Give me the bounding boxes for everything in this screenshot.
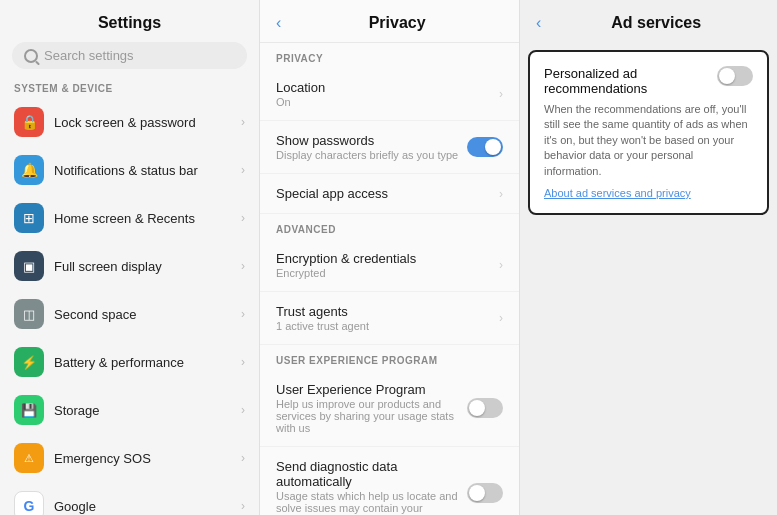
ad-card-title: Personalized ad recommendations [544, 66, 709, 96]
sos-icon: ⚠ [14, 443, 44, 473]
sidebar-item-storage[interactable]: 💾 Storage › [0, 386, 259, 434]
right-back-arrow-icon[interactable]: ‹ [536, 14, 541, 32]
chevron-icon: › [241, 211, 245, 225]
middle-header: ‹ Privacy [260, 0, 519, 43]
encryption-sub: Encrypted [276, 267, 499, 279]
uxp-title: User Experience Program [276, 382, 467, 397]
trust-sub: 1 active trust agent [276, 320, 499, 332]
diagnostic-title: Send diagnostic data automatically [276, 459, 467, 489]
sidebar-item-home[interactable]: ⊞ Home screen & Recents › [0, 194, 259, 242]
privacy-diagnostic[interactable]: Send diagnostic data automatically Usage… [260, 447, 519, 515]
uxp-toggle[interactable] [467, 398, 503, 418]
encryption-title: Encryption & credentials [276, 251, 499, 266]
trust-title: Trust agents [276, 304, 499, 319]
left-header: Settings [0, 0, 259, 42]
chevron-icon: › [499, 87, 503, 101]
fullscreen-icon: ▣ [14, 251, 44, 281]
right-header: ‹ Ad services [520, 0, 777, 42]
location-sub: On [276, 96, 499, 108]
chevron-icon: › [241, 307, 245, 321]
sidebar-item-label: Full screen display [54, 259, 241, 274]
search-bar[interactable]: Search settings [12, 42, 247, 69]
sidebar-item-fullscreen[interactable]: ▣ Full screen display › [0, 242, 259, 290]
personalized-ad-card: Personalized ad recommendations When the… [528, 50, 769, 215]
privacy-section-label: PRIVACY [260, 43, 519, 68]
middle-panel: ‹ Privacy PRIVACY Location On › Show pas… [260, 0, 520, 515]
system-section-label: SYSTEM & DEVICE [0, 77, 259, 98]
sidebar-item-notif[interactable]: 🔔 Notifications & status bar › [0, 146, 259, 194]
sidebar-item-label: Storage [54, 403, 241, 418]
special-title: Special app access [276, 186, 499, 201]
home-icon: ⊞ [14, 203, 44, 233]
passwords-title: Show passwords [276, 133, 467, 148]
sidebar-item-label: Notifications & status bar [54, 163, 241, 178]
right-title: Ad services [551, 14, 761, 32]
second-space-icon: ◫ [14, 299, 44, 329]
privacy-special-access[interactable]: Special app access › [260, 174, 519, 214]
privacy-location[interactable]: Location On › [260, 68, 519, 121]
middle-content: PRIVACY Location On › Show passwords Dis… [260, 43, 519, 515]
personalized-ad-toggle[interactable] [717, 66, 753, 86]
privacy-trust[interactable]: Trust agents 1 active trust agent › [260, 292, 519, 345]
right-content: Personalized ad recommendations When the… [520, 42, 777, 515]
sidebar-item-label: Second space [54, 307, 241, 322]
uxp-section-label: USER EXPERIENCE PROGRAM [260, 345, 519, 370]
privacy-encryption[interactable]: Encryption & credentials Encrypted › [260, 239, 519, 292]
chevron-icon: › [499, 187, 503, 201]
chevron-icon: › [499, 311, 503, 325]
uxp-sub: Help us improve our products and service… [276, 398, 467, 434]
sidebar-item-second-space[interactable]: ◫ Second space › [0, 290, 259, 338]
ad-card-description: When the recommendations are off, you'll… [544, 102, 753, 179]
google-icon: G [14, 491, 44, 515]
middle-title: Privacy [291, 14, 503, 32]
privacy-uxp[interactable]: User Experience Program Help us improve … [260, 370, 519, 447]
sidebar-item-label: Emergency SOS [54, 451, 241, 466]
passwords-toggle[interactable] [467, 137, 503, 157]
chevron-icon: › [499, 258, 503, 272]
location-title: Location [276, 80, 499, 95]
sidebar-item-sos[interactable]: ⚠ Emergency SOS › [0, 434, 259, 482]
lock-icon: 🔒 [14, 107, 44, 137]
sidebar-item-label: Google [54, 499, 241, 514]
sidebar-item-label: Battery & performance [54, 355, 241, 370]
diagnostic-sub: Usage stats which help us locate and sol… [276, 490, 467, 515]
notif-icon: 🔔 [14, 155, 44, 185]
right-panel: ‹ Ad services Personalized ad recommenda… [520, 0, 777, 515]
sidebar-item-battery[interactable]: ⚡ Battery & performance › [0, 338, 259, 386]
chevron-icon: › [241, 499, 245, 513]
ad-card-header: Personalized ad recommendations [544, 66, 753, 96]
sidebar-item-label: Lock screen & password [54, 115, 241, 130]
storage-icon: 💾 [14, 395, 44, 425]
advanced-section-label: ADVANCED [260, 214, 519, 239]
search-placeholder: Search settings [44, 48, 134, 63]
sidebar-item-lock[interactable]: 🔒 Lock screen & password › [0, 98, 259, 146]
battery-icon: ⚡ [14, 347, 44, 377]
chevron-icon: › [241, 259, 245, 273]
chevron-icon: › [241, 451, 245, 465]
sidebar-item-google[interactable]: G Google › [0, 482, 259, 515]
sidebar-item-label: Home screen & Recents [54, 211, 241, 226]
left-panel: Settings Search settings SYSTEM & DEVICE… [0, 0, 260, 515]
chevron-icon: › [241, 355, 245, 369]
search-icon [24, 49, 38, 63]
back-arrow-icon[interactable]: ‹ [276, 14, 281, 32]
passwords-sub: Display characters briefly as you type [276, 149, 467, 161]
diagnostic-toggle[interactable] [467, 483, 503, 503]
privacy-passwords[interactable]: Show passwords Display characters briefl… [260, 121, 519, 174]
chevron-icon: › [241, 163, 245, 177]
chevron-icon: › [241, 115, 245, 129]
chevron-icon: › [241, 403, 245, 417]
ad-services-link[interactable]: About ad services and privacy [544, 187, 753, 199]
